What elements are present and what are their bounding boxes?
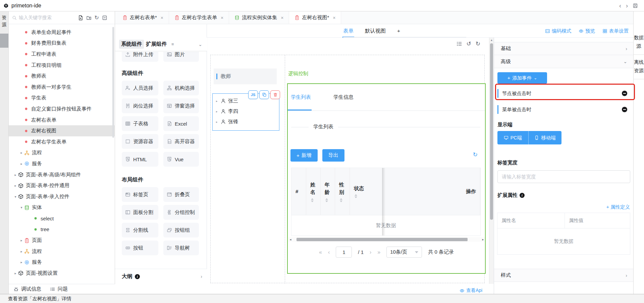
tree-caret-icon[interactable]: ▸	[19, 151, 24, 155]
section-basic[interactable]: 基础 ›	[494, 42, 633, 55]
collapse-all-icon[interactable]	[102, 15, 107, 20]
hscroll-left-icon[interactable]: ◄	[288, 238, 292, 241]
sort-icons[interactable]	[311, 198, 314, 202]
palette-collapse-icon[interactable]: ⌄	[198, 42, 202, 47]
redo-icon[interactable]: ↻	[476, 41, 480, 47]
form-action-button[interactable]: 预览	[579, 28, 595, 34]
tree-item[interactable]: 财务费用归集表	[9, 38, 115, 49]
palette-item[interactable]: Vue	[163, 152, 199, 167]
tree-item[interactable]: tree	[9, 224, 115, 235]
tree-item[interactable]: ▸ 页面-表单-高级/布局组件	[9, 169, 115, 180]
table-column-header[interactable]: 操作	[462, 168, 480, 215]
sort-icons[interactable]	[355, 194, 357, 198]
tree-caret-icon[interactable]: ▾	[13, 195, 18, 199]
chevron-right-icon[interactable]: ›	[626, 273, 627, 278]
delete-widget-button[interactable]	[270, 90, 280, 99]
tree-item[interactable]: 表单生命周起事件	[9, 27, 115, 38]
document-tab[interactable]: 左树右视图* ×	[289, 11, 341, 24]
tree-caret-icon[interactable]: ▸	[13, 173, 18, 177]
mobile-target-button[interactable]: 移动端	[529, 131, 561, 144]
palette-tab-system[interactable]: 系统组件	[119, 40, 144, 49]
tree-item[interactable]: 教师表一对多学生	[9, 82, 115, 93]
tree-item[interactable]: ▸ 流程	[9, 147, 115, 159]
tree-item[interactable]: ▸ 页面-表单-控件通用	[9, 180, 115, 191]
outline-tree-icon[interactable]	[457, 41, 462, 47]
palette-item[interactable]: 折叠页	[163, 187, 199, 202]
sort-icons[interactable]	[340, 198, 342, 202]
table-column-header[interactable]: 年龄	[321, 168, 335, 215]
pc-target-button[interactable]: PC端	[497, 131, 529, 144]
nav-back-icon[interactable]: ‹	[619, 3, 621, 9]
add-row-button[interactable]: +新增	[290, 149, 318, 162]
close-tab-icon[interactable]: ×	[333, 15, 335, 20]
form-view-tab[interactable]: +	[397, 24, 400, 38]
bottom-tab[interactable]: 问题	[50, 286, 68, 292]
tree-caret-icon[interactable]: ▸	[19, 239, 24, 242]
tree-item[interactable]: 学生表	[9, 93, 115, 104]
palette-item[interactable]: HTML	[122, 152, 158, 167]
palette-item[interactable]: 按钮组	[163, 223, 199, 237]
tree-item[interactable]: 左树右视图	[9, 125, 115, 136]
palette-item[interactable]: 附件上传	[122, 52, 158, 62]
document-tab[interactable]: 左树右表单* ×	[117, 11, 169, 24]
palette-item[interactable]: 子表格	[122, 116, 158, 131]
nav-forward-icon[interactable]: ›	[626, 3, 628, 9]
tree-item[interactable]: ▸ 服务	[9, 257, 115, 268]
palette-menu-icon[interactable]: ≡	[171, 42, 174, 47]
tree-caret-icon[interactable]: ▸	[19, 260, 24, 264]
label-width-input[interactable]	[497, 170, 630, 183]
add-event-button[interactable]: + 添加事件 ⌄	[497, 72, 547, 84]
page-size-select[interactable]: 10条/页	[386, 247, 422, 258]
tree-caret-icon[interactable]: ▸	[19, 162, 24, 166]
tree-caret-icon[interactable]: ▾	[19, 206, 24, 209]
new-folder-icon[interactable]	[86, 15, 92, 20]
table-hscrollbar[interactable]: ◄ ►	[288, 237, 485, 242]
dock-tab-offline-resources[interactable]: 离线资源	[634, 55, 644, 79]
page-number-input[interactable]: 1	[336, 247, 352, 258]
copy-widget-button[interactable]	[259, 90, 269, 99]
palette-item[interactable]: 弹窗选择	[163, 98, 199, 113]
chevron-down-icon[interactable]: ⌄	[623, 59, 627, 64]
form-view-tab[interactable]: 表单	[343, 24, 354, 38]
hscroll-right-icon[interactable]: ►	[481, 238, 485, 241]
palette-item[interactable]: 人员选择	[122, 81, 158, 95]
undo-icon[interactable]: ↺	[467, 41, 471, 47]
outline-section[interactable]: 大纲 i ›	[115, 269, 207, 284]
document-tab[interactable]: 流程实例实体集 ×	[229, 11, 289, 24]
palette-item[interactable]: 高开容器	[163, 134, 199, 149]
define-property-link[interactable]: + 属性定义	[606, 204, 630, 210]
tree-item[interactable]: select	[9, 213, 115, 224]
teacher-tree-node[interactable]: ▸ 李四	[213, 106, 279, 117]
form-action-button[interactable]: 编码模式	[545, 28, 571, 34]
palette-item[interactable]: Excel	[163, 116, 199, 131]
tree-caret-icon[interactable]: ▸	[13, 271, 18, 275]
palette-item[interactable]: 标签页	[122, 187, 158, 202]
palette-item[interactable]: 面板分割	[122, 205, 158, 220]
palette-item[interactable]: 按钮	[122, 241, 158, 255]
outline-expand-icon[interactable]: ›	[201, 274, 202, 279]
tree-item[interactable]: 左树右学生表单	[9, 136, 115, 147]
palette-item[interactable]: 岗位选择	[122, 98, 158, 113]
remove-event-icon[interactable]	[622, 107, 627, 112]
node-caret-icon[interactable]: ▸	[216, 99, 221, 103]
form-action-button[interactable]: 表单设置	[602, 28, 629, 34]
bottom-tab[interactable]: 调试信息	[13, 286, 41, 292]
close-tab-icon[interactable]: ×	[161, 15, 163, 20]
palette-item[interactable]: 分割线	[122, 223, 158, 237]
palette-item[interactable]: 机构选择	[163, 81, 199, 95]
tree-item[interactable]: ▸ 服务	[9, 158, 115, 169]
table-column-header[interactable]: #	[291, 168, 306, 215]
teacher-tree-node[interactable]: ▸ 张锋	[213, 117, 279, 127]
first-page-button[interactable]: «	[319, 249, 322, 255]
document-tab[interactable]: 左树右学生表单 ×	[169, 11, 229, 24]
tree-item[interactable]: ▾ 实体	[9, 202, 115, 213]
tree-scrollbar[interactable]	[112, 27, 114, 138]
view-api-link[interactable]: 查看Api	[460, 288, 482, 294]
chevron-right-icon[interactable]: ›	[626, 46, 627, 51]
tree-item[interactable]: ▸ 页面	[9, 235, 115, 246]
save-icon[interactable]	[633, 3, 638, 8]
tree-item[interactable]: 自定义窗口操作按钮及事件	[9, 103, 115, 115]
table-column-header[interactable]: 状态	[350, 168, 462, 215]
close-tab-icon[interactable]: ×	[221, 15, 223, 20]
tab-student-list[interactable]: 学生列表	[291, 94, 311, 100]
